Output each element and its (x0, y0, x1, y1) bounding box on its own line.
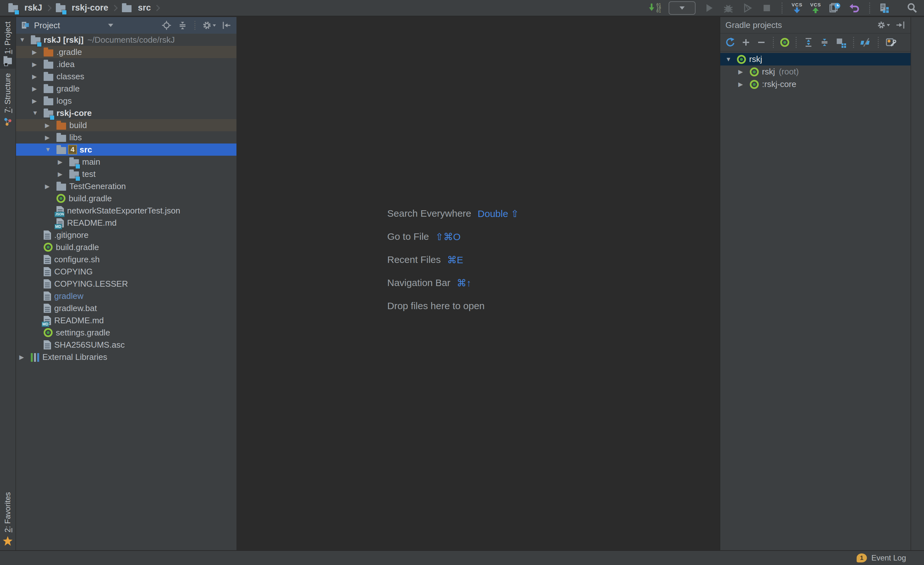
tree-expand-arrow[interactable]: ▶ (18, 353, 31, 361)
gradle-icon (750, 68, 759, 77)
top-actions: 01 10 01 VCS VCS (648, 1, 924, 15)
gradle-node-rskj-core[interactable]: ▶:rskj-core (720, 78, 910, 90)
tree-row-readme-md[interactable]: MDREADME.md (16, 314, 237, 326)
tree-row-libs[interactable]: ▶libs (16, 131, 237, 143)
shortcut-label: Navigation Bar (387, 277, 450, 288)
refresh-icon[interactable] (724, 37, 736, 48)
add-icon[interactable] (741, 37, 751, 48)
run-icon[interactable] (703, 2, 715, 15)
tree-row-logs[interactable]: ▶logs (16, 95, 237, 107)
tree-row-idea[interactable]: ▶.idea (16, 58, 237, 70)
tree-row-copying[interactable]: COPYING (16, 266, 237, 278)
update-running-application-icon[interactable]: 01 10 01 (648, 2, 661, 15)
tree-row-src[interactable]: ▼4src (16, 143, 237, 156)
editor-area[interactable]: Search EverywhereDouble ⇧Go to File⇧⌘ORe… (237, 17, 720, 550)
tree-expand-arrow[interactable]: ▶ (44, 183, 57, 190)
event-log-label[interactable]: Event Log (872, 553, 906, 562)
tree-expand-arrow[interactable]: ▼ (44, 146, 57, 153)
vcs-commit-icon[interactable]: VCS (810, 2, 821, 15)
tree-row-build-gradle[interactable]: build.gradle (16, 241, 237, 253)
tree-row-configure-sh[interactable]: configure.sh (16, 253, 237, 266)
tool-strip-tab-favorites[interactable]: 2: Favorites (0, 488, 15, 550)
breadcrumb-item-src[interactable]: src (122, 3, 151, 13)
tree-expand-arrow[interactable]: ▶ (44, 122, 57, 129)
event-log-icon[interactable]: 1 (856, 553, 867, 562)
tree-expand-arrow[interactable]: ▶ (57, 158, 69, 166)
tree-expand-arrow[interactable]: ▶ (31, 85, 44, 92)
vcs-update-icon[interactable]: VCS (792, 2, 802, 15)
tree-row-gradlew[interactable]: gradlew (16, 290, 237, 302)
tree-item-label: networkStateExporterTest.json (67, 206, 180, 216)
tree-expand-arrow[interactable]: ▶ (44, 134, 57, 141)
tree-row-main[interactable]: ▶main (16, 156, 237, 168)
gradle-panel-title: Gradle projects (725, 20, 782, 30)
tree-expand-arrow[interactable]: ▶ (737, 81, 750, 88)
search-icon[interactable] (906, 2, 918, 15)
project-structure-icon[interactable] (879, 2, 890, 15)
gradle-icon[interactable] (780, 38, 789, 47)
tree-item-label: README.md (54, 316, 104, 326)
tree-row-gradle[interactable]: ▶gradle (16, 83, 237, 95)
tree-row-settings-gradle[interactable]: settings.gradle (16, 326, 237, 339)
tree-row-copying-lesser[interactable]: COPYING.LESSER (16, 278, 237, 290)
dependencies-icon[interactable] (835, 37, 847, 48)
tree-row-test[interactable]: ▶test (16, 168, 237, 180)
tree-expand-arrow[interactable]: ▼ (18, 36, 31, 44)
remove-icon[interactable] (756, 37, 766, 48)
breadcrumb-item-rskj[interactable]: rskJ (8, 3, 42, 13)
tree-expand-arrow[interactable]: ▶ (57, 170, 69, 178)
expand-all-icon[interactable] (803, 37, 814, 48)
tree-expand-arrow[interactable]: ▶ (31, 48, 44, 56)
tree-expand-arrow[interactable]: ▶ (737, 68, 750, 75)
tree-expand-arrow[interactable]: ▼ (724, 56, 737, 63)
tree-row-gitignore[interactable]: .gitignore (16, 229, 237, 241)
toggle-offline-icon[interactable] (861, 37, 872, 48)
recent-changes-icon[interactable] (829, 2, 841, 15)
run-with-coverage-icon[interactable] (742, 2, 753, 15)
gear-icon[interactable] (202, 20, 216, 31)
tree-row-gradlew-bat[interactable]: gradlew.bat (16, 302, 237, 314)
collapse-all-icon[interactable] (819, 37, 830, 48)
tree-row-build-gradle[interactable]: build.gradle (16, 192, 237, 204)
hide-panel-icon[interactable] (895, 20, 905, 30)
tree-row-rskj-rskj[interactable]: ▼rskJ [rskj]~/Documents/code/rskJ (16, 34, 237, 46)
tab-mnemonic: 1 (3, 50, 12, 54)
toolbar-separator (194, 21, 195, 30)
gradle-file-icon (57, 194, 66, 203)
undo-icon[interactable] (849, 2, 860, 15)
build-settings-icon[interactable] (885, 37, 897, 48)
chevron-down-icon[interactable] (108, 24, 113, 30)
tree-expand-arrow[interactable]: ▼ (31, 110, 44, 117)
project-view-title[interactable]: Project (34, 21, 60, 30)
tree-expand-arrow[interactable]: ▶ (31, 73, 44, 80)
locate-icon[interactable] (161, 20, 172, 31)
gradle-node-rskj[interactable]: ▶rskj(root) (720, 66, 910, 78)
tree-expand-arrow[interactable]: ▶ (31, 61, 44, 68)
tree-row-gradle[interactable]: ▶.gradle (16, 46, 237, 58)
file-icon: MD (57, 218, 64, 228)
tree-item-label: rskj-core (57, 108, 92, 118)
tree-item-label: gradle (57, 84, 80, 94)
tree-row-testgeneration[interactable]: ▶TestGeneration (16, 180, 237, 192)
tool-strip-tab-project[interactable]: 1: Project (0, 17, 15, 69)
tree-item-label: src (80, 145, 92, 155)
collapse-all-icon[interactable] (177, 20, 188, 31)
right-tool-strip (910, 17, 924, 550)
hide-panel-icon[interactable] (221, 20, 232, 31)
tree-row-rskj-core[interactable]: ▼rskj-core (16, 107, 237, 119)
breadcrumb-item-rskj-core[interactable]: rskj-core (56, 3, 108, 13)
stop-icon[interactable] (761, 2, 772, 15)
tool-strip-tab-structure[interactable]: 7: Structure (0, 69, 15, 131)
tree-expand-arrow[interactable]: ▶ (31, 97, 44, 105)
tree-row-sha256sums-asc[interactable]: SHA256SUMS.asc (16, 339, 237, 351)
tree-row-networkstateexportertest-json[interactable]: JSONnetworkStateExporterTest.json (16, 204, 237, 217)
gradle-node-rskj[interactable]: ▼rskj (720, 53, 910, 66)
tree-row-external-libraries[interactable]: ▶External Libraries (16, 351, 237, 363)
tree-row-build[interactable]: ▶build (16, 119, 237, 131)
tree-row-readme-md[interactable]: MDREADME.md (16, 217, 237, 229)
tree-row-classes[interactable]: ▶classes (16, 70, 237, 83)
run-configurations-combo[interactable] (669, 1, 696, 15)
tree-item-label: build (69, 120, 87, 130)
debug-icon[interactable] (723, 2, 734, 15)
gear-icon[interactable] (876, 20, 890, 30)
